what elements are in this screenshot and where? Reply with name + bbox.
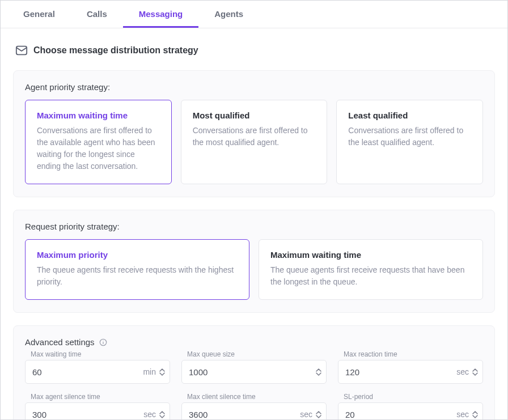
agent-priority-option-max-waiting[interactable]: Maximum waiting time Conversations are f…	[25, 100, 172, 184]
chevron-up-icon[interactable]	[159, 368, 165, 372]
chevron-down-icon[interactable]	[159, 372, 165, 376]
field-label: Max waiting time	[25, 350, 170, 358]
number-stepper[interactable]	[316, 368, 321, 376]
card-title: Maximum waiting time	[270, 250, 471, 260]
field-label: Max queue size	[181, 350, 327, 358]
card-description: Conversations are first offered to the m…	[193, 125, 316, 149]
chevron-down-icon[interactable]	[316, 372, 321, 376]
mail-icon	[15, 44, 28, 57]
tab-agents[interactable]: Agents	[198, 1, 259, 28]
request-priority-option-max-waiting[interactable]: Maximum waiting time The queue agents fi…	[259, 239, 483, 300]
sl-period-input[interactable]	[345, 410, 456, 419]
field-label: SL-period	[338, 393, 483, 401]
chevron-up-icon[interactable]	[316, 411, 321, 414]
field-max-reaction-time: Max reaction time sec	[338, 350, 483, 384]
tab-general[interactable]: General	[13, 1, 71, 28]
request-priority-label: Request priority strategy:	[25, 222, 483, 231]
request-priority-panel: Request priority strategy: Maximum prior…	[13, 210, 495, 313]
request-priority-option-max-priority[interactable]: Maximum priority The queue agents first …	[25, 239, 249, 300]
advanced-settings-panel: Advanced settings Max waiting time min	[13, 325, 495, 420]
number-stepper[interactable]	[316, 411, 321, 418]
max-client-silence-input[interactable]	[189, 410, 300, 419]
field-max-agent-silence-time: Max agent silence time sec	[25, 393, 170, 420]
field-label: Max agent silence time	[25, 393, 170, 401]
number-stepper[interactable]	[472, 411, 478, 418]
chevron-up-icon[interactable]	[472, 368, 478, 372]
card-description: The queue agents first receive requests …	[270, 264, 471, 288]
section-header: Choose message distribution strategy	[13, 41, 495, 58]
unit-label: sec	[456, 367, 469, 376]
agent-priority-option-least-qualified[interactable]: Least qualified Conversations are first …	[336, 100, 483, 184]
field-label: Max client silence time	[181, 393, 327, 401]
agent-priority-panel: Agent priority strategy: Maximum waiting…	[13, 70, 495, 197]
section-title: Choose message distribution strategy	[33, 45, 198, 56]
number-stepper[interactable]	[472, 368, 478, 376]
chevron-up-icon[interactable]	[316, 368, 321, 372]
unit-label: min	[143, 367, 156, 376]
chevron-down-icon[interactable]	[159, 415, 165, 418]
tab-messaging[interactable]: Messaging	[123, 1, 199, 28]
advanced-settings-label: Advanced settings	[25, 337, 95, 347]
card-title: Maximum priority	[37, 250, 238, 260]
chevron-down-icon[interactable]	[472, 372, 478, 376]
max-reaction-time-input[interactable]	[345, 367, 456, 377]
card-description: The queue agents first receive requests …	[37, 264, 238, 288]
unit-label: sec	[300, 410, 312, 419]
agent-priority-option-most-qualified[interactable]: Most qualified Conversations are first o…	[181, 100, 328, 184]
chevron-down-icon[interactable]	[316, 415, 321, 418]
tab-calls[interactable]: Calls	[71, 1, 123, 28]
number-stepper[interactable]	[159, 368, 165, 376]
svg-point-3	[103, 340, 103, 341]
tab-bar: General Calls Messaging Agents	[1, 1, 507, 28]
card-title: Maximum waiting time	[37, 111, 160, 120]
unit-label: sec	[143, 410, 156, 419]
card-title: Most qualified	[193, 111, 316, 120]
field-max-client-silence-time: Max client silence time sec	[181, 393, 327, 420]
field-max-queue-size: Max queue size	[181, 350, 327, 384]
info-icon[interactable]	[99, 338, 107, 346]
card-description: Conversations are first offered to the a…	[37, 125, 160, 172]
field-sl-period: SL-period sec	[338, 393, 483, 420]
field-label: Max reaction time	[338, 350, 483, 358]
chevron-up-icon[interactable]	[472, 411, 478, 414]
max-waiting-time-input[interactable]	[32, 367, 143, 377]
card-title: Least qualified	[348, 111, 471, 120]
max-queue-size-input[interactable]	[189, 367, 316, 377]
chevron-down-icon[interactable]	[472, 415, 478, 418]
card-description: Conversations are first offered to the l…	[348, 125, 471, 149]
chevron-up-icon[interactable]	[159, 411, 165, 414]
field-max-waiting-time: Max waiting time min	[25, 350, 170, 384]
agent-priority-label: Agent priority strategy:	[25, 82, 483, 92]
number-stepper[interactable]	[159, 411, 165, 418]
unit-label: sec	[456, 410, 469, 419]
max-agent-silence-input[interactable]	[32, 410, 143, 419]
